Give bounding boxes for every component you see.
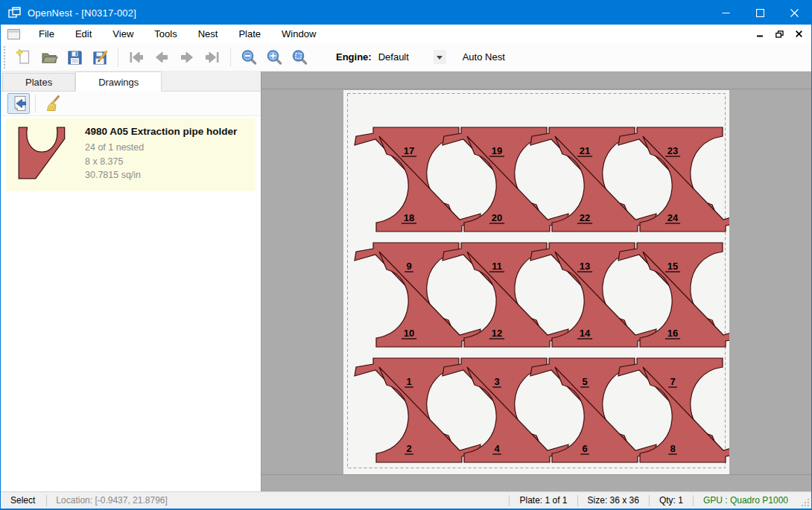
mdi-document-icon[interactable] (7, 29, 20, 39)
next-plate-button[interactable] (174, 46, 200, 68)
nested-part-pair: 1314 (530, 243, 656, 347)
nested-part-pair: 910 (355, 243, 480, 347)
new-file-button[interactable] (11, 46, 37, 68)
close-button[interactable] (777, 1, 811, 25)
plate[interactable]: 171819202122232491011121314151612345678 (343, 90, 729, 474)
drawing-list-item[interactable]: 4980 A05 Extraction pipe holder 24 of 1 … (6, 118, 256, 191)
status-mode: Select (1, 495, 46, 506)
drawing-list: 4980 A05 Extraction pipe holder 24 of 1 … (1, 116, 261, 491)
part-number-label: 2 (406, 443, 411, 454)
toolbar-separator (230, 48, 231, 67)
status-qty: Qty: 1 (650, 495, 693, 506)
status-gpu: GPU : Quadro P1000 (694, 495, 798, 506)
mdi-close-button[interactable] (790, 26, 807, 42)
status-location: Location: [-0.9437, 21.8796] (47, 495, 176, 506)
part-number-label: 3 (494, 376, 499, 387)
auto-nest-button[interactable]: Auto Nest (458, 48, 510, 66)
import-drawing-button[interactable] (7, 93, 30, 114)
mdi-window-controls (752, 25, 807, 43)
part-number-label: 12 (492, 328, 502, 339)
drawing-item-size: 8 x 8.375 (85, 155, 237, 169)
menu-tools[interactable]: Tools (144, 25, 187, 43)
first-plate-button[interactable] (124, 46, 149, 68)
part-number-label: 19 (492, 145, 502, 156)
menu-edit[interactable]: Edit (65, 25, 102, 43)
part-number-label: 20 (492, 212, 502, 223)
menu-nest[interactable]: Nest (188, 25, 229, 43)
part-number-label: 4 (494, 443, 500, 454)
mdi-restore-button[interactable] (771, 26, 787, 42)
part-number-label: 1 (406, 376, 411, 387)
part-number-label: 17 (404, 145, 414, 156)
part-number-label: 8 (670, 443, 675, 454)
status-size: Size: 36 x 36 (578, 495, 649, 506)
clean-drawings-button[interactable] (41, 93, 63, 114)
left-panel: Plates Drawings (1, 71, 261, 491)
part-number-label: 11 (492, 261, 502, 272)
nested-part-pair: 34 (443, 358, 568, 462)
resize-grip-icon[interactable] (798, 494, 810, 507)
menubar: File Edit View Tools Nest Plate Window (1, 25, 811, 43)
canvas-top-edge (261, 89, 811, 89)
drawing-item-nested-count: 24 of 1 nested (85, 141, 237, 155)
status-plate: Plate: 1 of 1 (510, 495, 577, 506)
tab-plates[interactable]: Plates (2, 73, 75, 91)
engine-label: Engine: (336, 51, 372, 63)
engine-select[interactable]: Default (378, 51, 432, 63)
titlebar: OpenNest - [N0317-002] (1, 1, 811, 25)
engine-dropdown-arrow-icon[interactable] (434, 50, 446, 64)
menu-file[interactable]: File (28, 25, 65, 43)
part-number-label: 18 (404, 212, 414, 223)
save-as-button[interactable] (87, 46, 112, 68)
toolbar-grip[interactable] (3, 46, 7, 68)
toolbar-separator (118, 48, 118, 67)
nesting-canvas[interactable]: 171819202122232491011121314151612345678 (261, 71, 811, 491)
zoom-extents-button[interactable] (287, 46, 312, 68)
app-icon (8, 7, 21, 19)
part-number-label: 14 (580, 328, 591, 339)
drawing-item-details: 4980 A05 Extraction pipe holder 24 of 1 … (85, 124, 237, 185)
statusbar: Select Location: [-0.9437, 21.8796] Plat… (1, 491, 811, 509)
menu-plate[interactable]: Plate (228, 25, 271, 43)
part-number-label: 13 (580, 261, 590, 272)
menu-view[interactable]: View (102, 25, 144, 43)
panel-tabstrip: Plates Drawings (1, 71, 261, 92)
part-number-label: 9 (406, 261, 411, 272)
nested-part-pair: 2122 (530, 127, 656, 232)
drawing-item-area: 30.7815 sq/in (85, 168, 237, 182)
panel-toolbar-separator (35, 95, 36, 112)
part-number-label: 16 (667, 328, 678, 339)
zoom-out-button[interactable] (236, 46, 261, 68)
part-thumbnail (13, 124, 74, 185)
main-toolbar: Engine: Default Auto Nest (1, 43, 811, 71)
drawings-toolbar (1, 92, 261, 116)
nested-part-pair: 2324 (618, 127, 729, 232)
save-button[interactable] (62, 46, 87, 68)
canvas-bottom-edge (261, 474, 811, 475)
zoom-in-button[interactable] (261, 46, 287, 68)
mdi-minimize-button[interactable] (752, 26, 768, 42)
previous-plate-button[interactable] (149, 46, 174, 68)
minimize-button[interactable] (708, 1, 743, 25)
part-number-label: 24 (667, 212, 679, 223)
last-plate-button[interactable] (200, 46, 225, 68)
maximize-button[interactable] (743, 1, 777, 25)
app-window: OpenNest - [N0317-002] File Edit View To… (0, 0, 812, 510)
nested-part-pair: 56 (530, 358, 656, 462)
part-number-label: 21 (580, 145, 590, 156)
nested-part-pair: 1718 (355, 127, 480, 232)
main-area: Plates Drawings (1, 71, 811, 491)
engine-combo-group: Engine: Default (336, 50, 446, 64)
part-number-label: 6 (582, 443, 587, 454)
nested-part-pair: 12 (355, 358, 480, 462)
window-title: OpenNest - [N0317-002] (28, 7, 136, 19)
part-number-label: 10 (404, 328, 414, 339)
nested-part-pair: 1112 (443, 243, 568, 347)
open-file-button[interactable] (37, 46, 62, 68)
nested-part-pair: 1920 (443, 127, 568, 232)
part-number-label: 23 (667, 145, 678, 156)
tab-drawings[interactable]: Drawings (75, 71, 162, 92)
menu-window[interactable]: Window (271, 25, 326, 43)
part-number-label: 5 (582, 376, 587, 387)
part-number-label: 22 (580, 212, 590, 223)
